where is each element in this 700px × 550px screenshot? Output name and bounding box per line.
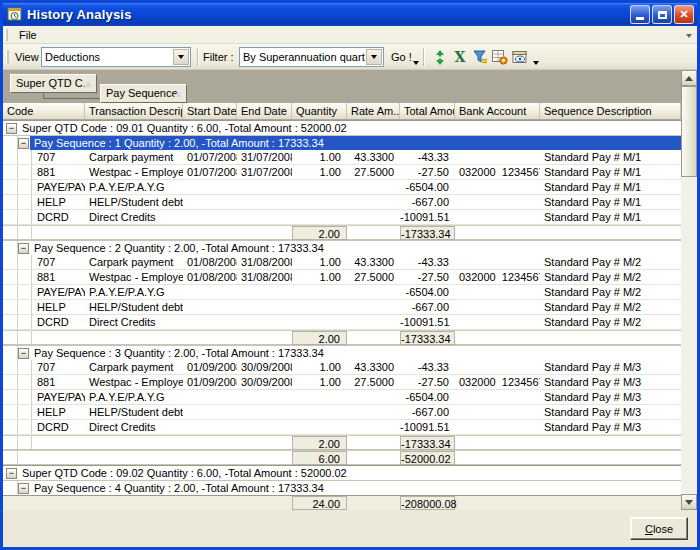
filter-combobox[interactable]: By Superannuation quarter to dat <box>239 47 384 67</box>
table-row[interactable]: HELPHELP/Student debt-667.00Standard Pay… <box>3 195 681 210</box>
cell-seq: Standard Pay # M/3 <box>540 376 681 389</box>
cell-end: 31/08/2008 <box>237 271 292 284</box>
indent-guide <box>17 180 18 194</box>
cell-code: HELP <box>33 301 85 314</box>
table-row[interactable]: PAYE/PAYGP.A.Y.E/P.A.Y.G-6504.00Standard… <box>3 285 681 300</box>
cell-seq: Standard Pay # M/3 <box>540 361 681 374</box>
window-title: History Analysis <box>27 7 132 22</box>
collapse-button[interactable]: − <box>18 348 29 359</box>
cell-total: -10091.51 <box>400 211 455 224</box>
app-icon <box>7 6 23 22</box>
cell-total: -27.50 <box>400 376 455 389</box>
scroll-down-button[interactable] <box>681 494 697 510</box>
scroll-up-button[interactable] <box>681 70 697 86</box>
column-header-desc[interactable]: Transaction Description <box>85 103 183 119</box>
cell-rate: 27.5000 <box>347 376 400 389</box>
indent-guide <box>31 226 32 239</box>
toolbar-overflow-chevron-icon[interactable] <box>531 55 541 71</box>
cell-desc: Carpark payment <box>85 256 183 269</box>
indent-guide <box>31 375 32 389</box>
column-header-bank[interactable]: Bank Account <box>455 103 540 119</box>
minimize-button[interactable] <box>630 5 650 24</box>
menu-overflow-chevron-icon[interactable] <box>686 34 692 38</box>
table-row[interactable]: DCRDDirect Credits-10091.51Standard Pay … <box>3 315 681 330</box>
table-row[interactable]: 881Westpac - Employee $01/08/200831/08/2… <box>3 270 681 285</box>
toolbar-grip[interactable] <box>6 50 9 64</box>
cell-qty: 1.00 <box>292 151 347 164</box>
table-row[interactable]: 707Carpark payment01/08/200831/08/20081.… <box>3 255 681 270</box>
table-row[interactable]: DCRDDirect Credits-10091.51Standard Pay … <box>3 420 681 435</box>
indent-guide <box>31 300 32 314</box>
view-combobox-arrow-icon[interactable] <box>173 49 189 65</box>
indent-guide <box>17 165 18 179</box>
subtotal-row: 2.00-17333.34 <box>3 435 681 450</box>
cell-seq: Standard Pay # M/2 <box>540 286 681 299</box>
cell-desc: P.A.Y.E/P.A.Y.G <box>85 181 183 194</box>
cell-desc: HELP/Student debt <box>85 196 183 209</box>
group-row-super-qtd[interactable]: −Super QTD Code : 09.01 Quantity : 6.00,… <box>3 120 681 135</box>
table-row[interactable]: PAYE/PAYGP.A.Y.E/P.A.Y.G-6504.00Standard… <box>3 390 681 405</box>
column-header-rate[interactable]: Rate Am... <box>347 103 400 119</box>
close-window-button[interactable]: ✕ <box>674 5 694 24</box>
cell-seq: Standard Pay # M/1 <box>540 181 681 194</box>
menu-file[interactable]: File <box>13 28 43 42</box>
column-header-end[interactable]: End Date <box>237 103 292 119</box>
excel-export-icon[interactable]: X <box>451 49 469 65</box>
group-row-super-qtd[interactable]: −Super QTD Code : 09.02 Quantity : 6.00,… <box>3 465 681 480</box>
table-row[interactable]: 881Westpac - Employee $01/07/200831/07/2… <box>3 165 681 180</box>
column-header-code[interactable]: Code <box>3 103 85 119</box>
indent-guide <box>17 375 18 389</box>
group-row-pay-sequence[interactable]: −Pay Sequence : 4 Quantity : 2.00, -Tota… <box>3 480 681 495</box>
table-row[interactable]: PAYE/PAYGP.A.Y.E/P.A.Y.G-6504.00Standard… <box>3 180 681 195</box>
indent-guide <box>17 210 18 224</box>
filter-icon[interactable] <box>471 49 489 65</box>
group-box-super-qtd-code[interactable]: Super QTD C... <box>10 74 97 93</box>
collapse-button[interactable]: − <box>18 138 29 149</box>
cell-code: 707 <box>33 361 85 374</box>
maximize-button[interactable] <box>652 5 672 24</box>
table-row[interactable]: HELPHELP/Student debt-667.00Standard Pay… <box>3 300 681 315</box>
indent-guide <box>17 315 18 329</box>
go-dropdown-icon[interactable] <box>411 55 421 71</box>
filter-combobox-value: By Superannuation quarter to dat <box>243 51 365 63</box>
column-header-total[interactable]: Total Amount <box>400 103 455 119</box>
indent-guide <box>17 255 18 269</box>
cell-code: 881 <box>33 376 85 389</box>
table-row[interactable]: DCRDDirect Credits-10091.51Standard Pay … <box>3 210 681 225</box>
menubar-grip[interactable] <box>5 29 8 41</box>
cell-rate: 43.3300 <box>347 361 400 374</box>
cell-bank: 032000 1234567 <box>455 166 540 179</box>
history-grid: Super QTD C... Pay Sequence CodeTransact… <box>3 70 697 510</box>
group-row-pay-sequence[interactable]: −Pay Sequence : 2 Quantity : 2.00, -Tota… <box>3 240 681 255</box>
print-preview-icon[interactable] <box>511 49 529 65</box>
filter-combobox-arrow-icon[interactable] <box>366 49 382 65</box>
group-box-pay-sequence[interactable]: Pay Sequence <box>100 84 187 103</box>
collapse-button[interactable]: − <box>6 468 17 479</box>
scrollbar-thumb[interactable] <box>681 86 697 177</box>
table-row[interactable]: HELPHELP/Student debt-667.00Standard Pay… <box>3 405 681 420</box>
subtotal-row: 2.00-17333.34 <box>3 330 681 345</box>
close-button[interactable]: Close <box>630 517 688 540</box>
collapse-button[interactable]: − <box>18 483 29 494</box>
cell-qty: 1.00 <box>292 376 347 389</box>
cell-rate: 43.3300 <box>347 256 400 269</box>
view-combobox[interactable]: Deductions <box>41 47 191 67</box>
collapse-button[interactable]: − <box>6 123 17 134</box>
column-header-qty[interactable]: Quantity <box>292 103 347 119</box>
cell-desc: P.A.Y.E/P.A.Y.G <box>85 391 183 404</box>
column-header-start[interactable]: Start Date <box>183 103 237 119</box>
cell-seq: Standard Pay # M/1 <box>540 151 681 164</box>
field-chooser-icon[interactable] <box>491 49 509 65</box>
table-row[interactable]: 707Carpark payment01/09/200830/09/20081.… <box>3 360 681 375</box>
group-row-pay-sequence[interactable]: −Pay Sequence : 1 Quantity : 2.00, -Tota… <box>3 135 681 150</box>
vertical-scrollbar[interactable] <box>681 70 697 510</box>
cell-code: HELP <box>33 406 85 419</box>
collapse-button[interactable]: − <box>18 243 29 254</box>
indent-guide <box>31 255 32 269</box>
table-row[interactable]: 881Westpac - Employee $01/09/200830/09/2… <box>3 375 681 390</box>
group-row-pay-sequence[interactable]: −Pay Sequence : 3 Quantity : 2.00, -Tota… <box>3 345 681 360</box>
table-row[interactable]: 707Carpark payment01/07/200831/07/20081.… <box>3 150 681 165</box>
title-bar: History Analysis ✕ <box>3 3 697 26</box>
expand-collapse-icon[interactable] <box>431 49 449 65</box>
column-header-seq[interactable]: Sequence Description <box>540 103 681 119</box>
